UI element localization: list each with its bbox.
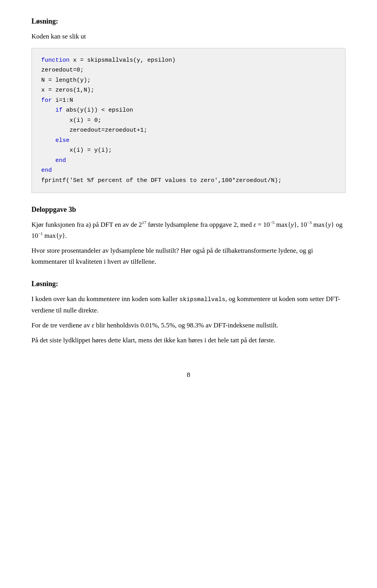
code-line2: zeroedout=0;: [41, 67, 84, 74]
code-line3: N = length(y);: [41, 77, 91, 84]
code-block: function x = skipsmallvals(y, epsilon) z…: [31, 48, 346, 193]
section2-heading: Deloppgave 3b: [31, 204, 346, 215]
sup2: −5: [270, 220, 275, 225]
code-keyword-function: function: [41, 57, 70, 64]
code-line8: zeroedout=zeroedout+1;: [41, 127, 147, 134]
code-keyword-end2: end: [41, 167, 52, 174]
code-line5-rest: i=1:N: [52, 97, 73, 104]
sup4: −1: [38, 232, 43, 236]
code-line6-rest: abs(y(i)) < epsilon: [62, 107, 133, 114]
sup3: −3: [307, 220, 312, 225]
section3-paragraph2: For de tre verdiene av ε blir henholdsvi…: [31, 320, 346, 331]
sup1: 17: [142, 220, 146, 225]
section3-paragraph3: På det siste lydklippet høres dette klar…: [31, 335, 346, 346]
section3-paragraph1: I koden over kan du kommentere inn koden…: [31, 294, 346, 316]
intro-text: Koden kan se slik ut: [31, 31, 346, 42]
code-keyword-else: else: [55, 137, 70, 144]
code-keyword-end1: end: [55, 157, 66, 164]
section1-heading: Løsning:: [31, 16, 346, 27]
code-line4: x = zeros(1,N);: [41, 87, 94, 94]
code-keyword-if: if: [55, 107, 62, 114]
code-line1-rest: x = skipsmallvals(y, epsilon): [70, 57, 176, 64]
section3-heading: Løsning:: [31, 278, 346, 290]
code-line10: x(i) = y(i);: [41, 147, 112, 154]
page-content: Løsning: Koden kan se slik ut function x…: [31, 16, 346, 380]
page-number: 8: [31, 369, 346, 380]
inline-code-skipsmallvals: skipsmallvals: [179, 296, 225, 303]
section2-paragraph2: Hvor store prosentandeler av lydsamplene…: [31, 245, 346, 267]
section2-paragraph1: Kjør funksjonen fra a) på DFT en av de 2…: [31, 219, 346, 241]
code-line13: fprintf('Set %f percent of the DFT value…: [41, 177, 282, 184]
code-keyword-for: for: [41, 97, 52, 104]
code-line7: x(i) = 0;: [41, 117, 101, 124]
